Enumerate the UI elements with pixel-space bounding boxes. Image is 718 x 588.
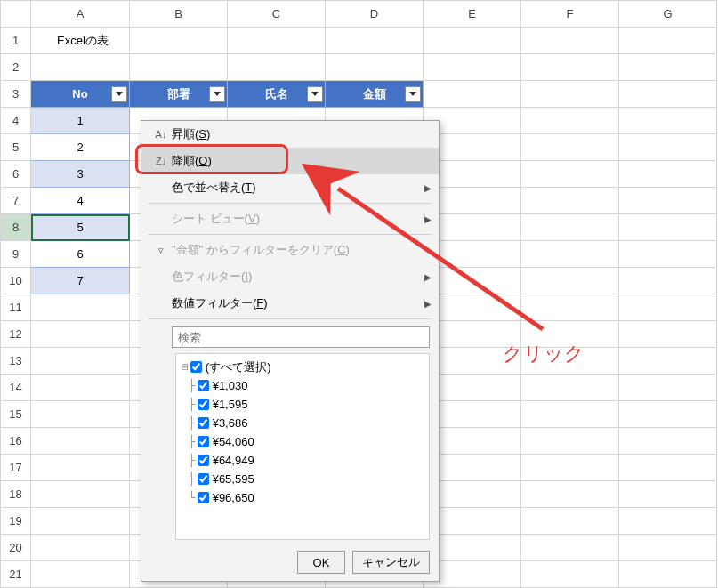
col-header-A[interactable]: A (31, 1, 130, 28)
filter-value-list[interactable]: ⊟(すべて選択) ├¥1,030 ├¥1,595 ├¥3,686 ├¥54,06… (175, 353, 430, 540)
filter-item[interactable]: ├¥1,030 (182, 376, 424, 395)
ok-button[interactable]: OK (297, 551, 345, 574)
filter-item[interactable]: ├¥1,595 (182, 395, 424, 414)
sort-by-color[interactable]: 色で並べ替え(T) ▶ (141, 174, 439, 201)
filter-item[interactable]: ├¥65,595 (182, 470, 424, 488)
row-header-11[interactable]: 11 (1, 294, 31, 321)
chevron-right-icon: ▶ (424, 214, 432, 224)
row-header-8[interactable]: 8 (1, 214, 31, 241)
row-header-17[interactable]: 17 (1, 455, 31, 481)
cell-no-4[interactable]: 4 (31, 188, 130, 214)
cell-no-1[interactable]: 1 (31, 108, 130, 134)
cell-no-6[interactable]: 6 (31, 241, 130, 268)
filter-search-input[interactable] (172, 326, 430, 348)
sheet-view: シート ビュー(V) ▶ (141, 205, 439, 232)
row-header-9[interactable]: 9 (1, 241, 31, 268)
cell-no-2[interactable]: 2 (31, 134, 130, 161)
cell-title[interactable]: Excelの表 (31, 28, 130, 54)
filter-item-all[interactable]: ⊟(すべて選択) (182, 358, 424, 376)
col-header-E[interactable]: E (424, 1, 521, 28)
table-header-amount[interactable]: 金額 (326, 81, 424, 108)
row-header-15[interactable]: 15 (1, 401, 31, 428)
sort-asc-icon: A↓ (150, 129, 172, 140)
cell-no-7[interactable]: 7 (31, 268, 130, 294)
table-header-name[interactable]: 氏名 (228, 81, 326, 108)
filter-button-no[interactable] (111, 86, 127, 102)
row-header-18[interactable]: 18 (1, 481, 31, 508)
row-header-14[interactable]: 14 (1, 375, 31, 401)
clear-filter-icon: ▿ (150, 245, 172, 256)
col-header-F[interactable]: F (521, 1, 619, 28)
filter-item[interactable]: └¥96,650 (182, 488, 424, 507)
row-header-6[interactable]: 6 (1, 161, 31, 188)
row-header-16[interactable]: 16 (1, 428, 31, 455)
filter-button-name[interactable] (307, 86, 323, 102)
cell-no-5[interactable]: 5 (31, 214, 130, 241)
row-header-12[interactable]: 12 (1, 321, 31, 348)
cancel-button[interactable]: キャンセル (352, 551, 430, 574)
chevron-right-icon: ▶ (424, 272, 432, 282)
cell-no-3[interactable]: 3 (31, 161, 130, 188)
row-header-20[interactable]: 20 (1, 535, 31, 561)
filter-button-amount[interactable] (405, 86, 421, 102)
filter-item[interactable]: ├¥3,686 (182, 414, 424, 432)
col-header-B[interactable]: B (130, 1, 228, 28)
annotation-label: クリック (503, 341, 585, 367)
chevron-right-icon: ▶ (424, 183, 432, 193)
row-header-4[interactable]: 4 (1, 108, 31, 134)
row-header-10[interactable]: 10 (1, 268, 31, 294)
row-header-13[interactable]: 13 (1, 348, 31, 375)
filter-by-color: 色フィルター(I) ▶ (141, 263, 439, 290)
filter-dropdown: A↓ 昇順(S) Z↓ 降順(O) 色で並べ替え(T) ▶ シート ビュー(V)… (141, 120, 440, 582)
col-header-C[interactable]: C (228, 1, 326, 28)
clear-filter: ▿ "金額" からフィルターをクリア(C) (141, 237, 439, 263)
col-header-G[interactable]: G (619, 1, 717, 28)
filter-button-dept[interactable] (209, 86, 225, 102)
filter-item[interactable]: ├¥54,060 (182, 432, 424, 451)
filter-item[interactable]: ├¥64,949 (182, 451, 424, 470)
select-all-corner[interactable] (1, 1, 31, 28)
chevron-right-icon: ▶ (424, 299, 432, 309)
sort-desc-icon: Z↓ (150, 156, 172, 166)
table-header-dept[interactable]: 部署 (130, 81, 228, 108)
number-filters[interactable]: 数値フィルター(F) ▶ (141, 290, 439, 317)
row-header-19[interactable]: 19 (1, 508, 31, 535)
row-header-5[interactable]: 5 (1, 134, 31, 161)
sort-descending[interactable]: Z↓ 降順(O) (141, 148, 439, 174)
row-header-7[interactable]: 7 (1, 188, 31, 214)
sort-ascending[interactable]: A↓ 昇順(S) (141, 121, 439, 148)
row-header-21[interactable]: 21 (1, 561, 31, 588)
col-header-D[interactable]: D (326, 1, 424, 28)
row-header-2[interactable]: 2 (1, 54, 31, 81)
row-header-3[interactable]: 3 (1, 81, 31, 108)
row-header-1[interactable]: 1 (1, 28, 31, 54)
table-header-no[interactable]: No (31, 81, 130, 108)
